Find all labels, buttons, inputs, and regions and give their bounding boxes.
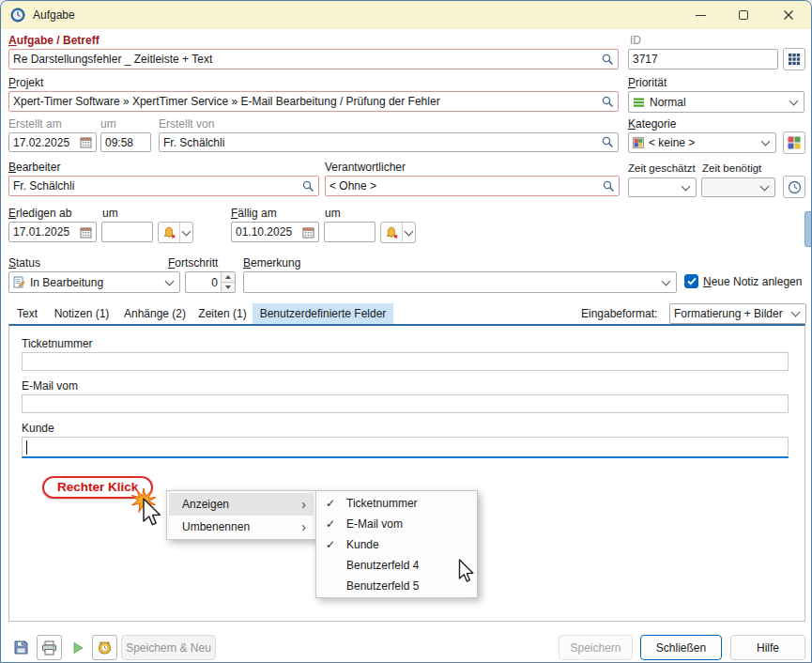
start-date-value: 17.01.2025 [13,225,76,239]
start-date-input[interactable]: 17.01.2025 [8,222,97,242]
new-note-checkbox[interactable] [684,274,698,288]
subject-label: Aufgabe / Betreff [8,34,100,47]
check-icon [687,277,697,285]
search-icon[interactable] [602,96,614,108]
submenu-item-email-vom[interactable]: ✓ E-Mail vom [318,514,475,534]
search-icon[interactable] [602,136,614,148]
close-icon [783,9,794,21]
category-combobox[interactable]: < keine > [628,132,776,153]
start-date-label: Erledigen ab [8,207,71,220]
reminder-dropdown[interactable] [179,223,192,242]
task-dialog-window: Aufgabe Aufgabe / Betreff Re Darstellung… [0,0,812,663]
calendar-icon[interactable] [302,226,314,239]
due-time-input[interactable] [324,222,375,242]
remark-combobox[interactable] [243,271,677,293]
start-timer-button[interactable] [65,635,90,660]
menu-item-label: Umbenennen [182,520,301,533]
spin-down-button[interactable] [222,282,235,292]
created-date-input[interactable]: 17.02.2025 [8,132,97,152]
text-caret [26,440,27,455]
due-reminder-button[interactable] [380,222,416,243]
floppy-disk-icon [13,640,29,655]
created-by-value: Fr. Schälchli [163,136,598,149]
category-label: Kategorie [628,117,676,131]
due-date-value: 01.10.2025 [236,225,299,239]
calendar-icon[interactable] [80,226,92,239]
print-button[interactable] [37,635,62,660]
priority-combobox[interactable]: Normal [628,91,804,113]
id-lookup-button[interactable] [783,48,805,70]
spinner-buttons [221,272,235,292]
context-submenu: ✓ Ticketnummer ✓ E-Mail vom ✓ Kunde Benu… [315,490,478,598]
minimize-button[interactable] [679,1,722,29]
subject-value: Re Darstellungsfehler _ Zeitleiste + Tex… [13,53,598,66]
submenu-item-label: Ticketnummer [346,497,418,510]
search-icon[interactable] [602,54,614,66]
created-time-value: 09:58 [105,136,146,149]
chevron-down-icon [165,276,175,285]
app-clock-icon [10,8,25,23]
chevron-down-icon [761,137,771,146]
menu-item-label: Anzeigen [182,498,301,511]
play-icon [70,640,85,655]
category-color-button[interactable] [783,131,805,154]
tab-text[interactable]: Text [8,303,46,324]
time-estimated-combobox[interactable] [628,177,697,197]
due-date-input[interactable]: 01.10.2025 [231,222,319,242]
priority-value: Normal [650,96,785,109]
responsible-input[interactable]: < Ohne > [325,176,620,196]
submenu-item-benutzerfeld-5[interactable]: Benutzerfeld 5 [318,576,475,596]
time-tracking-button[interactable] [783,176,805,198]
edge-scrollbar-thumb[interactable] [804,211,811,247]
color-grid-icon [788,136,801,149]
calendar-icon[interactable] [80,136,92,148]
tab-anhaenge[interactable]: Anhänge (2) [117,303,192,324]
ticket-number-label: Ticketnummer [22,337,93,350]
subject-input[interactable]: Re Darstellungsfehler _ Zeitleiste + Tex… [8,49,619,69]
menu-item-umbenennen[interactable]: Umbenennen › [169,516,314,538]
submenu-item-label: Benutzerfeld 4 [346,559,419,572]
customer-label: Kunde [22,422,54,435]
progress-spinner[interactable]: 0 [185,271,236,293]
reminder-dropdown[interactable] [402,223,415,242]
chevron-down-icon [662,276,671,285]
reminder-toolbar-button[interactable] [92,635,117,660]
email-from-input[interactable] [22,394,789,413]
tab-notizen[interactable]: Notizen (1) [46,303,117,324]
category-swatch-icon [633,137,644,148]
project-value: Xpert-Timer Software » XpertTimer Servic… [13,95,598,108]
input-format-combobox[interactable]: Formatierung + Bilder [669,303,806,324]
time-required-combobox[interactable] [701,177,775,197]
status-in-progress-icon [13,276,25,288]
save-and-new-button[interactable]: Speichern & Neu [121,635,216,660]
close-button[interactable] [765,1,811,29]
tab-benutzerdefinierte-felder[interactable]: Benutzerdefinierte Felder [253,303,393,324]
search-icon[interactable] [302,180,314,193]
created-time-input[interactable]: 09:58 [100,132,151,152]
customer-input[interactable] [22,437,789,458]
status-combobox[interactable]: In Bearbeitung [8,271,180,293]
search-icon[interactable] [603,180,615,193]
spin-up-button[interactable] [222,272,235,282]
project-input[interactable]: Xpert-Timer Software » XpertTimer Servic… [8,91,619,112]
ticket-number-input[interactable] [22,352,789,371]
save-toolbar-button[interactable] [8,635,34,660]
submenu-item-benutzerfeld-4[interactable]: Benutzerfeld 4 [318,555,475,576]
start-time-label: um [102,207,118,220]
menu-item-anzeigen[interactable]: Anzeigen › [169,493,314,516]
assignee-input[interactable]: Fr. Schälchli [8,176,319,196]
id-input[interactable]: 3717 [628,49,778,69]
save-button[interactable]: Speichern [559,635,633,660]
start-reminder-button[interactable] [158,222,193,243]
tab-zeiten[interactable]: Zeiten (1) [192,303,253,324]
status-value: In Bearbeitung [30,276,161,289]
created-by-input[interactable]: Fr. Schälchli [159,132,619,152]
close-dialog-button[interactable]: Schließen [640,635,722,660]
mouse-cursor-icon [457,559,476,588]
chevron-down-icon [405,227,414,237]
help-button[interactable]: Hilfe [730,635,805,660]
submenu-item-ticketnummer[interactable]: ✓ Ticketnummer [318,493,475,514]
submenu-item-kunde[interactable]: ✓ Kunde [318,534,475,555]
start-time-input[interactable] [101,222,153,242]
maximize-button[interactable] [722,1,765,29]
